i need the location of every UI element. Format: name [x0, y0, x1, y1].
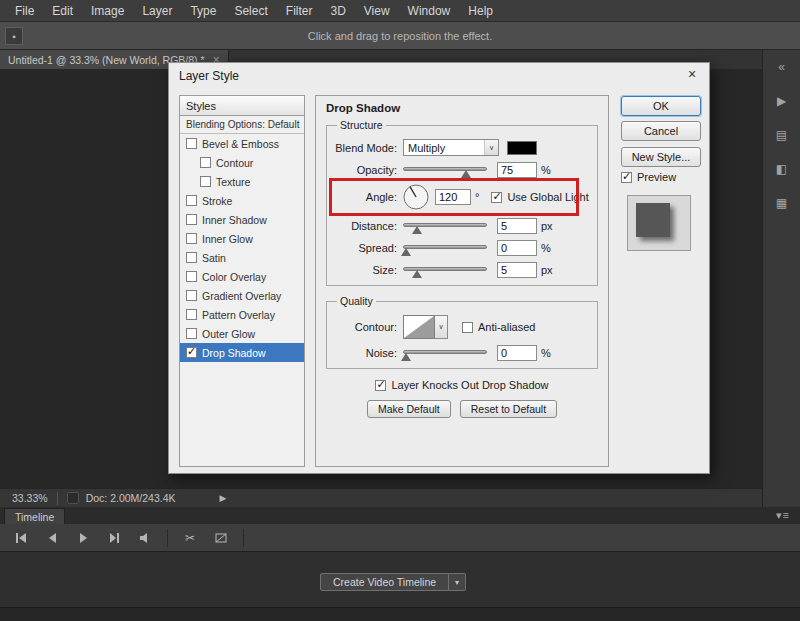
style-item-texture[interactable]: Texture: [180, 172, 304, 191]
distance-input[interactable]: [497, 218, 537, 234]
slider-thumb[interactable]: [412, 226, 422, 234]
slider-thumb[interactable]: [412, 270, 422, 278]
expand-panels-icon[interactable]: «: [772, 58, 792, 76]
ok-button[interactable]: OK: [621, 96, 701, 116]
layer-style-dialog: Layer Style × Styles Blending Options: D…: [168, 62, 710, 474]
noise-input[interactable]: [497, 345, 537, 361]
distance-slider[interactable]: [403, 219, 487, 233]
noise-label: Noise:: [335, 347, 397, 359]
checkbox[interactable]: [200, 176, 211, 187]
previous-frame-icon[interactable]: [43, 530, 61, 546]
checkbox[interactable]: [186, 271, 197, 282]
use-global-light-checkbox[interactable]: [491, 192, 502, 203]
checkbox[interactable]: [186, 290, 197, 301]
checkbox[interactable]: [186, 195, 197, 206]
next-frame-icon[interactable]: [105, 530, 123, 546]
style-item-outer-glow[interactable]: Outer Glow: [180, 324, 304, 343]
controls-divider: [167, 529, 168, 547]
slider-thumb[interactable]: [401, 248, 411, 256]
menu-layer[interactable]: Layer: [133, 1, 181, 21]
styles-panel-header[interactable]: Styles: [180, 96, 304, 116]
style-preview-square: [636, 203, 670, 237]
anti-aliased-checkbox[interactable]: [462, 322, 473, 333]
menu-help[interactable]: Help: [459, 1, 502, 21]
menu-select[interactable]: Select: [225, 1, 276, 21]
create-video-timeline-button[interactable]: Create Video Timeline: [320, 573, 449, 591]
slider-thumb[interactable]: [401, 353, 411, 361]
make-default-button[interactable]: Make Default: [367, 400, 451, 418]
angle-input[interactable]: [435, 189, 471, 205]
collapsed-panel-icon-2[interactable]: ◧: [772, 160, 792, 178]
size-input[interactable]: [497, 262, 537, 278]
new-style-button[interactable]: New Style...: [621, 147, 701, 167]
play-icon[interactable]: [74, 530, 92, 546]
transition-icon[interactable]: [212, 530, 230, 546]
style-item-stroke[interactable]: Stroke: [180, 191, 304, 210]
style-item-label: Outer Glow: [202, 328, 255, 340]
slider-thumb[interactable]: [461, 170, 471, 178]
spread-slider[interactable]: [403, 241, 487, 255]
style-item-gradient-overlay[interactable]: Gradient Overlay: [180, 286, 304, 305]
shadow-color-swatch[interactable]: [507, 141, 537, 155]
tool-hint-text: Click and drag to reposition the effect.: [308, 30, 492, 42]
split-clip-scissors-icon[interactable]: ✂: [181, 530, 199, 546]
mute-audio-icon[interactable]: [136, 530, 154, 546]
checkbox[interactable]: [186, 328, 197, 339]
size-slider[interactable]: [403, 263, 487, 277]
distance-row: Distance: px: [335, 216, 589, 235]
zoom-level[interactable]: 33.33%: [12, 492, 48, 504]
style-item-color-overlay[interactable]: Color Overlay: [180, 267, 304, 286]
dialog-close-icon[interactable]: ×: [684, 67, 700, 83]
menu-window[interactable]: Window: [399, 1, 460, 21]
style-item-inner-glow[interactable]: Inner Glow: [180, 229, 304, 248]
styles-blending-options[interactable]: Blending Options: Default: [180, 116, 304, 134]
opacity-slider[interactable]: [403, 163, 487, 177]
timeline-panel-menu-icon[interactable]: ▾≡: [776, 509, 790, 522]
status-popup-arrow-icon[interactable]: ▶: [220, 493, 227, 503]
style-item-inner-shadow[interactable]: Inner Shadow: [180, 210, 304, 229]
menu-3d[interactable]: 3D: [321, 1, 354, 21]
timeline-tab[interactable]: Timeline: [4, 508, 65, 524]
style-item-bevel-emboss[interactable]: Bevel & Emboss: [180, 134, 304, 153]
timeline-header: Timeline ▾≡: [0, 507, 800, 524]
style-item-label: Satin: [202, 252, 226, 264]
style-item-drop-shadow[interactable]: Drop Shadow: [180, 343, 304, 362]
checkbox[interactable]: [200, 157, 211, 168]
checkbox[interactable]: [186, 347, 197, 358]
collapsed-panel-icon-3[interactable]: ▦: [772, 194, 792, 212]
style-item-label: Drop Shadow: [202, 347, 266, 359]
right-panel-strip: « ▶ ▤ ◧ ▦: [762, 50, 800, 507]
blend-mode-value: Multiply: [408, 142, 445, 154]
create-timeline-dropdown-icon[interactable]: ▾: [449, 573, 466, 591]
checkbox[interactable]: [186, 252, 197, 263]
style-item-contour[interactable]: Contour: [180, 153, 304, 172]
collapsed-panel-arrow-icon[interactable]: ▶: [772, 92, 792, 110]
menu-file[interactable]: File: [6, 1, 43, 21]
layer-knocks-out-checkbox[interactable]: [375, 380, 386, 391]
menu-filter[interactable]: Filter: [277, 1, 322, 21]
cancel-button[interactable]: Cancel: [621, 121, 701, 141]
anti-aliased-label: Anti-aliased: [478, 321, 535, 333]
contour-dropdown-icon[interactable]: ∨: [435, 315, 448, 339]
menu-edit[interactable]: Edit: [43, 1, 82, 21]
checkbox[interactable]: [186, 233, 197, 244]
style-item-pattern-overlay[interactable]: Pattern Overlay: [180, 305, 304, 324]
opacity-input[interactable]: [497, 162, 537, 178]
menu-view[interactable]: View: [355, 1, 399, 21]
current-tool-icon[interactable]: ▪: [5, 27, 23, 45]
noise-slider[interactable]: [403, 346, 487, 360]
spread-input[interactable]: [497, 240, 537, 256]
blend-mode-select[interactable]: Multiply ∨: [403, 139, 499, 156]
menu-type[interactable]: Type: [181, 1, 225, 21]
preview-checkbox[interactable]: [621, 172, 632, 183]
contour-picker[interactable]: [403, 315, 435, 339]
checkbox[interactable]: [186, 214, 197, 225]
reset-to-default-button[interactable]: Reset to Default: [460, 400, 557, 418]
checkbox[interactable]: [186, 309, 197, 320]
collapsed-panel-icon-1[interactable]: ▤: [772, 126, 792, 144]
go-to-first-frame-icon[interactable]: [12, 530, 30, 546]
style-item-satin[interactable]: Satin: [180, 248, 304, 267]
checkbox[interactable]: [186, 138, 197, 149]
menu-image[interactable]: Image: [82, 1, 133, 21]
angle-dial[interactable]: [403, 184, 429, 210]
